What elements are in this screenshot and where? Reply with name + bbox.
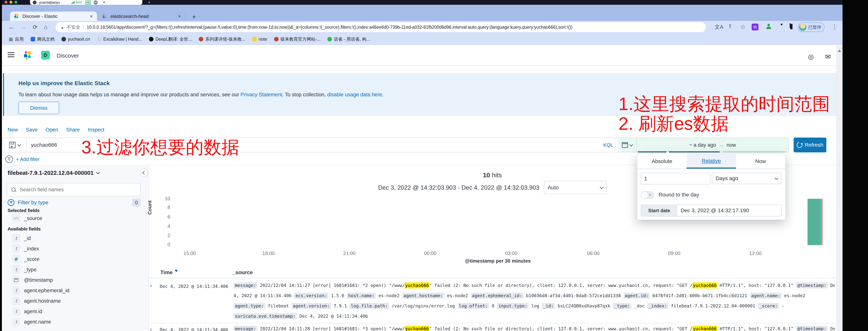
row-source-line: 4, 2022 @ 14:11:34.406 ecs.version: 1.5.…: [234, 291, 835, 301]
elasticsearch-head-favicon: [102, 14, 107, 19]
bookmark-apps[interactable]: ▦应用: [9, 36, 24, 42]
annotation-3: 3.过滤你想要的数据: [82, 138, 239, 157]
index-pattern-selector[interactable]: filebeat-7.9.1-2022.12.04-000001: [8, 170, 99, 176]
x-tick: 18:00: [262, 251, 275, 256]
divider: [148, 278, 836, 278]
bookmark-item[interactable]: 系列课详情-猿来教...: [199, 36, 245, 42]
field-item[interactable]: tagent.name: [12, 318, 51, 326]
kebab-menu-icon[interactable]: ⋮: [832, 23, 838, 30]
bookmark-item[interactable]: 腾讯文档: [31, 36, 55, 42]
datepicker-quickmenu[interactable]: [618, 138, 637, 152]
traffic-light-minimize[interactable]: [9, 1, 12, 4]
new-tab-icon[interactable]: +: [148, 0, 150, 5]
histogram-bar[interactable]: [808, 199, 821, 245]
save-link[interactable]: Save: [26, 127, 38, 133]
field-item[interactable]: t_index: [12, 244, 39, 253]
string-field-icon: t: [12, 245, 20, 253]
page-scrollbar[interactable]: [836, 45, 843, 331]
home-icon[interactable]: ⌂: [44, 24, 48, 30]
extension-badge-icon[interactable]: 11: [752, 24, 758, 30]
interval-select[interactable]: Auto: [544, 181, 607, 194]
new-tab-button[interactable]: +: [192, 13, 196, 21]
open-link[interactable]: Open: [45, 127, 58, 133]
bookmark-item[interactable]: 猿来教育官方网站-...: [274, 36, 321, 42]
field-item-source[interactable]: </> _source: [12, 214, 42, 223]
traffic-light-zoom[interactable]: [14, 1, 17, 4]
tab-close-icon[interactable]: ✕: [178, 14, 181, 19]
field-name: agent.hostname: [24, 298, 61, 304]
bookmark-icon: [199, 37, 203, 41]
tab-discover-elastic[interactable]: Discover - Elastic ✕: [10, 11, 97, 21]
field-item[interactable]: t_id: [12, 234, 31, 242]
kql-toggle[interactable]: KQL: [603, 142, 618, 148]
filter-by-type[interactable]: Filter by type 0: [8, 199, 141, 206]
profile-status: 已暂停: [808, 24, 822, 30]
x-axis-title: @timestamp per 30 minutes: [172, 258, 824, 264]
help-icon[interactable]: ◎: [808, 53, 814, 61]
bookmark-icon: [61, 37, 66, 41]
forward-icon[interactable]: →: [21, 24, 26, 30]
chevron-down-icon: [774, 176, 778, 180]
scroll-up-arrow[interactable]: [838, 48, 841, 52]
dismiss-button[interactable]: Dismiss: [19, 102, 59, 114]
field-item[interactable]: #_score: [12, 255, 39, 263]
tab-relative[interactable]: Relative: [687, 154, 736, 169]
disable-usage-link[interactable]: disable usage data here: [327, 92, 382, 97]
bookmark-item[interactable]: 语雀 - 用语雀, 构...: [327, 36, 370, 42]
bookmark-item[interactable]: note: [252, 37, 267, 42]
bookmark-item[interactable]: Excalidraw | Hand...: [97, 37, 142, 42]
tab-elasticsearch-head[interactable]: elasticsearch-head ✕: [98, 11, 186, 21]
time-column-header[interactable]: Time: [160, 269, 178, 275]
round-toggle[interactable]: ✕: [641, 191, 654, 199]
field-search-input[interactable]: [20, 187, 141, 193]
start-date-value[interactable]: Dec 3, 2022 @ 14:32:17.190: [677, 205, 781, 216]
tab-now[interactable]: Now: [736, 154, 785, 169]
bookmark-item[interactable]: yuchaoit.cn: [61, 37, 90, 42]
sort-desc-icon: [175, 270, 178, 274]
address-bar[interactable]: ▲ 不安全 10.0.0.18:5601/app/discover#/?_g=(…: [56, 22, 706, 32]
date-field-icon: [12, 276, 20, 284]
field-item[interactable]: tagent.hostname: [12, 297, 61, 305]
bookmark-icon: [97, 37, 101, 41]
expand-row-icon[interactable]: ›: [150, 325, 152, 331]
window-tab-pill[interactable]: yuanlaijiaoyu 5ms HD RP ✕: [30, 0, 142, 5]
refresh-button[interactable]: Refresh: [794, 138, 826, 153]
add-filter-button[interactable]: + Add filter: [16, 156, 39, 162]
reader-extension-icon[interactable]: [789, 23, 791, 28]
privacy-statement-link[interactable]: Privacy Statement: [241, 92, 282, 97]
translate-icon[interactable]: 文A: [715, 24, 723, 30]
field-item[interactable]: t_type: [12, 265, 36, 274]
share-link[interactable]: Share: [66, 127, 80, 133]
filter-row: + Add filter: [5, 156, 39, 163]
share-icon[interactable]: ⇪: [728, 23, 733, 29]
reload-icon[interactable]: ⟳: [33, 24, 37, 30]
tab-close-icon[interactable]: ✕: [90, 14, 93, 19]
hamburger-menu-icon[interactable]: [8, 52, 14, 57]
x-tick: 21:00: [343, 251, 355, 256]
profile-button[interactable]: 已暂停: [798, 23, 825, 32]
range-start[interactable]: ~ a day ago: [689, 142, 716, 148]
newsfeed-envelope-icon[interactable]: ✉: [825, 53, 831, 61]
saved-query-button[interactable]: [3, 138, 27, 153]
expand-row-icon[interactable]: ›: [150, 282, 152, 289]
traffic-light-close[interactable]: [5, 1, 7, 4]
bookmark-item[interactable]: DeepL翻译: 全世...: [149, 36, 192, 42]
field-item[interactable]: tagent.id: [12, 307, 42, 316]
elastic-logo[interactable]: [23, 50, 33, 60]
tab-absolute[interactable]: Absolute: [637, 154, 687, 169]
relative-amount-input[interactable]: [641, 173, 710, 185]
back-icon[interactable]: ←: [8, 24, 14, 30]
inspect-link[interactable]: Inspect: [88, 127, 104, 133]
time-range-field[interactable]: ~ a day ago → now: [637, 138, 788, 152]
field-item[interactable]: @timestamp: [12, 276, 53, 284]
collapse-sidebar-button[interactable]: [140, 169, 148, 177]
bookmark-star-icon[interactable]: ☆: [740, 23, 746, 30]
field-item[interactable]: tagent.ephemeral_id: [12, 286, 69, 295]
close-icon[interactable]: ✕: [103, 0, 105, 4]
range-end[interactable]: now: [726, 142, 736, 148]
interval-value: Auto: [548, 185, 559, 191]
relative-unit-select[interactable]: Days ago: [712, 173, 781, 184]
field-name: agent.id: [24, 308, 42, 315]
filter-icon[interactable]: [5, 156, 13, 163]
new-link[interactable]: New: [8, 127, 18, 133]
